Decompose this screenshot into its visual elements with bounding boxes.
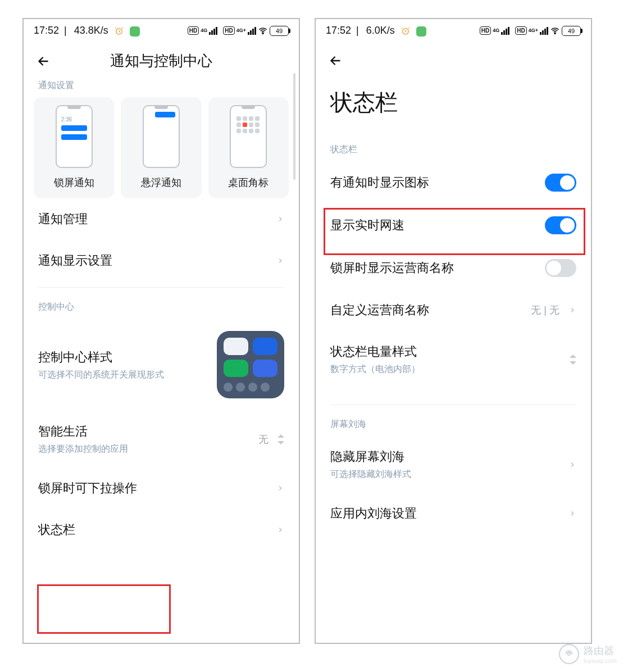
section-notification-settings: 通知设置 (24, 76, 299, 97)
wifi-icon (258, 26, 268, 36)
svg-point-3 (554, 33, 556, 34)
status-divider: | (61, 25, 70, 37)
row-cc-style[interactable]: 控制中心样式 可选择不同的系统开关展现形式 (38, 319, 284, 411)
status-right: HD 4G HD 4G+ 49 (480, 26, 581, 36)
signal-bars-icon (209, 27, 217, 35)
chevron-right-icon (276, 257, 284, 265)
sort-icon (277, 434, 284, 444)
row-label: 有通知时显示图标 (330, 174, 429, 191)
row-custom-carrier[interactable]: 自定义运营商名称 无 | 无 (330, 289, 576, 331)
scrollbar[interactable] (293, 73, 295, 180)
card-badge[interactable]: 桌面角标 (208, 97, 289, 198)
signal-bars-icon (501, 27, 509, 35)
row-value: 无 (258, 433, 269, 446)
watermark-logo-icon (559, 644, 579, 664)
back-button[interactable] (34, 52, 53, 71)
status-time: 17:52 (326, 25, 351, 37)
page-title: 通知与控制中心 (53, 51, 270, 71)
toggle-show-carrier[interactable] (545, 259, 576, 277)
section-status-bar: 状态栏 (316, 140, 591, 161)
watermark: 路由器 luyouqi.com (559, 644, 617, 664)
row-label: 锁屏时可下拉操作 (38, 480, 137, 497)
lockscreen-preview-icon: 2:36 (56, 105, 93, 168)
row-label: 应用内刘海设置 (330, 505, 417, 522)
toggle-show-netspeed[interactable] (545, 216, 576, 234)
row-app-notch[interactable]: 应用内刘海设置 (330, 493, 576, 534)
status-netspeed: 43.8K/s (74, 25, 108, 37)
row-label: 通知管理 (38, 211, 88, 228)
row-label: 隐藏屏幕刘海 (330, 448, 411, 465)
sort-icon (570, 355, 576, 365)
hd-icon-2: HD (515, 26, 526, 35)
section-control-center: 控制中心 (24, 298, 299, 319)
watermark-text: 路由器 (584, 645, 614, 656)
card-lockscreen-notify[interactable]: 2:36 锁屏通知 (34, 97, 114, 198)
row-smart-life[interactable]: 智能生活 选择要添加控制的应用 无 (38, 411, 284, 467)
row-label: 控制中心样式 (38, 349, 164, 366)
svg-point-1 (262, 33, 263, 34)
row-notify-display[interactable]: 通知显示设置 (38, 240, 284, 281)
row-label: 状态栏 (38, 521, 75, 538)
section-notch: 屏幕刘海 (316, 415, 591, 436)
app-badge-icon (130, 26, 140, 37)
card-label: 悬浮通知 (141, 176, 181, 189)
row-sublabel: 可选择不同的系统开关展现形式 (38, 369, 164, 381)
signal-bars-icon-2 (248, 27, 256, 35)
divider (330, 405, 576, 405)
row-show-notify-icon[interactable]: 有通知时显示图标 (330, 161, 576, 204)
preview-time: 2:36 (61, 116, 72, 122)
watermark-sub: luyouqi.com (584, 657, 617, 664)
row-label: 状态栏电量样式 (330, 343, 420, 360)
battery-level: 49 (276, 28, 283, 34)
status-bar: 17:52 | 43.8K/s HD 4G HD 4G+ 49 (24, 19, 299, 40)
alarm-icon (401, 26, 411, 36)
status-bar: 17:52 | 6.0K/s HD 4G HD 4G+ 49 (316, 19, 591, 40)
net-4g-plus-icon: 4G+ (236, 28, 246, 33)
page-header (316, 40, 591, 70)
row-battery-style[interactable]: 状态栏电量样式 数字方式（电池内部） (330, 331, 576, 388)
chevron-right-icon (568, 306, 576, 314)
battery-level: 49 (568, 28, 575, 34)
row-status-bar[interactable]: 状态栏 (38, 509, 284, 551)
chevron-right-icon (276, 526, 284, 534)
hd-icon: HD (480, 26, 491, 35)
control-center-preview-icon (217, 331, 284, 398)
row-label: 智能生活 (38, 423, 128, 440)
status-time: 17:52 (34, 25, 59, 37)
app-badge-icon (416, 26, 426, 37)
status-divider: | (353, 25, 362, 37)
net-4g-icon: 4G (493, 28, 499, 33)
row-sublabel: 可选择隐藏刘海样式 (330, 469, 411, 480)
row-label: 显示实时网速 (330, 217, 404, 234)
hd-icon-2: HD (223, 26, 234, 35)
row-label: 锁屏时显示运营商名称 (330, 260, 454, 276)
page-header: 通知与控制中心 (24, 40, 299, 76)
chevron-right-icon (568, 461, 576, 469)
row-hide-notch[interactable]: 隐藏屏幕刘海 可选择隐藏刘海样式 (330, 436, 576, 493)
alarm-icon (114, 26, 124, 36)
back-button[interactable] (326, 51, 345, 70)
toggle-show-notify-icon[interactable] (545, 174, 576, 192)
hd-icon: HD (188, 26, 199, 35)
chevron-right-icon (276, 484, 284, 492)
battery-icon: 49 (270, 26, 289, 36)
row-notify-manage[interactable]: 通知管理 (38, 198, 284, 240)
row-sublabel: 选择要添加控制的应用 (38, 443, 128, 455)
net-4g-plus-icon: 4G+ (529, 28, 538, 33)
row-lockscreen-pulldown[interactable]: 锁屏时可下拉操作 (38, 467, 284, 509)
badge-preview-icon (230, 105, 267, 168)
row-value: 无 | 无 (531, 303, 559, 317)
row-show-carrier[interactable]: 锁屏时显示运营商名称 (330, 247, 576, 289)
phone-right: 17:52 | 6.0K/s HD 4G HD 4G+ 49 (315, 18, 592, 644)
card-label: 桌面角标 (228, 176, 269, 189)
page-title: 状态栏 (316, 70, 591, 140)
row-label: 通知显示设置 (38, 252, 112, 269)
row-show-netspeed[interactable]: 显示实时网速 (330, 204, 576, 247)
signal-bars-icon-2 (540, 27, 548, 35)
net-4g-icon: 4G (201, 28, 207, 33)
status-right: HD 4G HD 4G+ 49 (188, 26, 289, 36)
battery-icon: 49 (562, 26, 581, 36)
card-floating-notify[interactable]: 悬浮通知 (121, 97, 201, 198)
highlight-box (37, 584, 171, 634)
floating-preview-icon (143, 105, 180, 168)
